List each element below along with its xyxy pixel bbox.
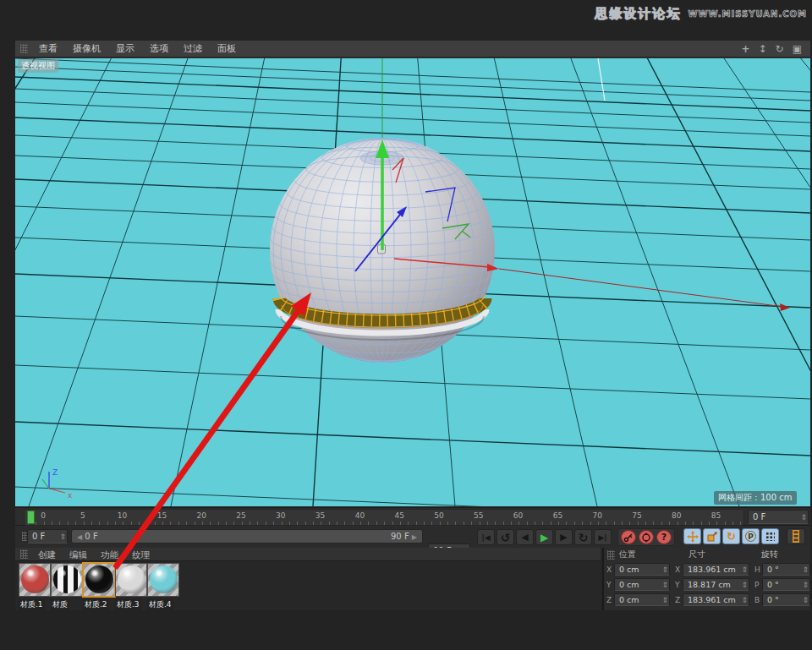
rotate-view-icon[interactable]: ↻ — [776, 41, 784, 57]
stepper-icon[interactable]: ⇕ — [741, 579, 748, 590]
stepper-icon[interactable]: ⇕ — [741, 594, 748, 605]
record-parameter-toggle[interactable]: P — [742, 528, 760, 544]
timeline-tick-label: 30 — [276, 511, 285, 520]
materials-menu-function[interactable]: 功能 — [94, 548, 125, 561]
material-thumbnail[interactable] — [19, 563, 51, 597]
material-item-1[interactable]: 材质.1 — [19, 563, 51, 609]
position-y-field[interactable]: 0 cm ⇕ — [614, 578, 670, 591]
timeline-tick-label: 35 — [315, 511, 325, 520]
watermark-site-url: WWW.MISSYUAN.COM — [689, 9, 807, 19]
previous-key-button[interactable]: ↺ — [497, 529, 514, 545]
perspective-viewport[interactable]: Z x 透视视图 网格间距：100 cm — [15, 58, 810, 506]
timeline-tick-label: 40 — [355, 511, 365, 520]
timeline-tick-label: 50 — [434, 511, 443, 520]
record-rotation-toggle[interactable]: ↻ — [722, 528, 740, 544]
menubar-grip-icon[interactable] — [20, 44, 28, 53]
keyframe-selection-button[interactable]: ? — [656, 530, 672, 544]
range-left-value: 0 F — [85, 532, 97, 541]
timeline-tick-label: 10 — [118, 511, 127, 520]
timeline-tick-label: 85 — [711, 511, 721, 520]
record-pla-toggle[interactable] — [761, 528, 779, 544]
size-x-field[interactable]: 183.961 cm ⇕ — [683, 563, 749, 576]
stepper-icon[interactable]: ⇕ — [802, 579, 809, 590]
menu-display[interactable]: 显示 — [108, 41, 142, 57]
next-frame-button[interactable]: ▶ — [555, 529, 573, 545]
move-icon — [687, 531, 699, 543]
bottom-panels: 创建 编辑 功能 纹理 材质.1 材质 材质.2 材质.3 — [15, 548, 810, 610]
play-button[interactable]: ▶ — [535, 529, 553, 545]
app-window: 查看 摄像机 显示 选项 过滤 面板 + ↕ ↻ ▣ — [15, 41, 810, 610]
material-thumbnail[interactable] — [51, 563, 83, 597]
position-z-field[interactable]: 0 cm ⇕ — [614, 593, 670, 606]
autokey-button[interactable] — [639, 530, 654, 544]
current-frame-field[interactable]: 0 F ⇕ — [748, 510, 809, 524]
material-thumbnail[interactable] — [83, 563, 115, 597]
stepper-icon[interactable]: ⇕ — [741, 564, 748, 575]
watermark: 思缘设计论坛 WWW.MISSYUAN.COM — [595, 6, 807, 22]
view-label[interactable]: 透视视图 — [18, 59, 58, 73]
coordinates-grip-icon[interactable] — [607, 550, 615, 560]
rotation-b-field[interactable]: 0 ° ⇕ — [762, 593, 810, 606]
menu-filter[interactable]: 过滤 — [176, 41, 210, 57]
material-label: 材质.3 — [115, 599, 141, 610]
stepper-icon[interactable]: ⇕ — [661, 594, 668, 605]
materials-menu-texture[interactable]: 纹理 — [125, 548, 156, 561]
record-scale-toggle[interactable] — [703, 528, 721, 544]
stepper-icon[interactable]: ⇕ — [661, 564, 668, 575]
next-key-button[interactable]: ↻ — [574, 529, 592, 545]
toggle-view-icon[interactable]: ▣ — [793, 41, 802, 57]
frame-range-slider[interactable]: ◀ 0 F 90 F ▶ — [71, 529, 423, 543]
coordinate-row-y: Y 0 cm ⇕ Y 18.817 cm ⇕ P 0 ° ⇕ — [604, 578, 812, 592]
scale-icon — [706, 531, 718, 543]
grid-spacing-label: 网格间距：100 cm — [714, 491, 797, 505]
dolly-view-icon[interactable]: ↕ — [759, 41, 767, 57]
autokey-icon — [641, 533, 651, 543]
timeline-tick-label: 60 — [513, 511, 523, 520]
pan-view-icon[interactable]: + — [741, 41, 749, 57]
material-thumbnail[interactable] — [147, 563, 179, 597]
rotation-p-field[interactable]: 0 ° ⇕ — [762, 578, 810, 591]
menu-view[interactable]: 查看 — [31, 41, 65, 57]
record-position-toggle[interactable] — [683, 528, 701, 544]
material-item-5[interactable]: 材质.4 — [147, 563, 179, 609]
stepper-icon[interactable]: ⇕ — [802, 594, 809, 605]
coordinates-panel: 位置 尺寸 旋转 X 0 cm ⇕ X 183.961 cm ⇕ H 0 ° ⇕ — [602, 548, 810, 610]
menu-camera[interactable]: 摄像机 — [65, 41, 108, 57]
keyframe-selection-filter-button[interactable] — [787, 528, 805, 544]
stepper-icon[interactable]: ⇕ — [661, 579, 668, 590]
stepper-icon[interactable]: ⇕ — [59, 530, 66, 543]
timeline-tick-label: 15 — [157, 511, 167, 520]
menu-options[interactable]: 选项 — [142, 41, 176, 57]
material-item-3-selected[interactable]: 材质.2 — [83, 563, 115, 609]
go-to-start-button[interactable]: |◀ — [477, 529, 495, 545]
go-to-end-button[interactable]: ▶| — [594, 529, 612, 545]
size-y-field[interactable]: 18.817 cm ⇕ — [683, 578, 749, 591]
timeline-ruler-row: 051015202530354045505560657075808590 0 F… — [15, 507, 810, 526]
previous-frame-button[interactable]: ◀ — [516, 529, 534, 545]
material-thumbnail[interactable] — [115, 563, 147, 597]
menu-panel[interactable]: 面板 — [210, 41, 244, 57]
position-x-field[interactable]: 0 cm ⇕ — [614, 563, 670, 576]
size-z-field[interactable]: 183.961 cm ⇕ — [683, 593, 749, 606]
rotation-h-field[interactable]: 0 ° ⇕ — [762, 563, 810, 576]
timeline-ruler[interactable]: 051015202530354045505560657075808590 — [24, 509, 744, 526]
materials-grip-icon[interactable] — [20, 549, 28, 559]
record-keyframe-button[interactable] — [621, 530, 636, 544]
timeline-playhead[interactable] — [27, 511, 35, 524]
rotation-header: 旋转 — [761, 549, 778, 560]
material-label: 材质.1 — [19, 599, 45, 610]
material-item-4[interactable]: 材质.3 — [115, 563, 147, 609]
axis-label: H — [754, 565, 760, 574]
material-item-2[interactable]: 材质 — [51, 563, 83, 609]
position-header: 位置 — [619, 549, 636, 560]
field-value: 0 ° — [767, 565, 779, 574]
stepper-icon[interactable]: ⇕ — [800, 511, 807, 523]
stepper-icon[interactable]: ⇕ — [802, 564, 809, 575]
materials-menu-edit[interactable]: 编辑 — [63, 548, 94, 561]
gizmo-z-label: Z — [52, 468, 58, 477]
field-value: 0 cm — [619, 595, 639, 604]
materials-menu-create[interactable]: 创建 — [31, 548, 63, 561]
start-frame-field[interactable]: 0 F ⇕ — [27, 529, 68, 543]
transport-row: 0 F ⇕ ◀ 0 F 90 F ▶ 90 F ⇕ |◀ ↺ ◀ ▶ ▶ ↻ ▶… — [15, 527, 810, 547]
watermark-site-name: 思缘设计论坛 — [595, 6, 682, 22]
